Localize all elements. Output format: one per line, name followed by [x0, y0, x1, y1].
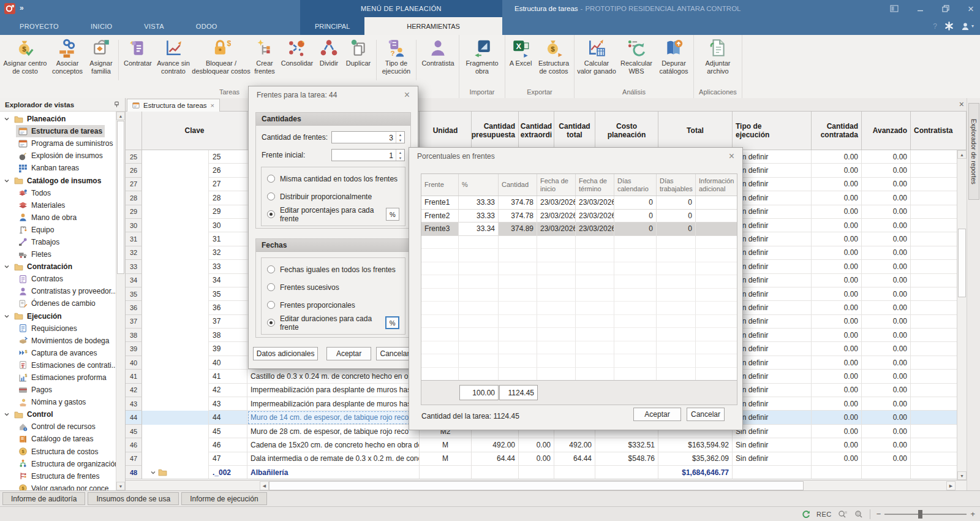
- zoom-100-icon[interactable]: [838, 510, 848, 519]
- sidebar-item-contratos[interactable]: Contratos: [0, 273, 125, 285]
- aceptar-button[interactable]: Aceptar: [326, 347, 371, 360]
- cell-clave[interactable]: 37: [209, 315, 247, 329]
- pct-cell[interactable]: Frente1: [421, 196, 459, 210]
- radio-button-icon[interactable]: [267, 175, 275, 183]
- radio-fechas-iguales-en-todos-los-frentes[interactable]: Fechas iguales en todos los frentes: [267, 260, 399, 278]
- cell-clave[interactable]: 28: [209, 191, 247, 205]
- chevron-down-icon[interactable]: [4, 264, 9, 269]
- cell-tipo[interactable]: Sin definir: [733, 301, 812, 314]
- sidebar-item-programa-de-suministros[interactable]: Programa de suministros: [0, 137, 125, 150]
- cell-av[interactable]: 0.00: [862, 411, 911, 424]
- cell-av[interactable]: 0.00: [862, 438, 911, 452]
- cell-tipo[interactable]: Sin definir: [733, 438, 812, 452]
- tree-indent-cell[interactable]: [142, 232, 209, 246]
- refresh-icon[interactable]: [802, 510, 810, 519]
- row-number[interactable]: 28: [126, 191, 142, 205]
- pct-cell[interactable]: 0: [614, 222, 657, 236]
- row-number[interactable]: 29: [126, 205, 142, 219]
- tree-indent-cell[interactable]: [142, 438, 209, 452]
- cell-clave[interactable]: 44: [209, 411, 247, 424]
- pct-cell[interactable]: 33.33: [459, 196, 499, 210]
- pct-cell[interactable]: 0: [614, 196, 657, 210]
- row-number[interactable]: 41: [126, 370, 142, 383]
- scroll-up-icon[interactable]: ▲: [116, 112, 125, 120]
- quick-access-chevrons[interactable]: »: [20, 4, 24, 12]
- ribbon-asignar-centro-de-costo[interactable]: $Asignar centro de costo: [1, 37, 49, 75]
- cell-cc[interactable]: 0.00: [812, 219, 862, 232]
- sidebar-scrollbar[interactable]: ▲ ▼: [116, 112, 125, 490]
- cell-desc[interactable]: Impermeabilización para desplante de mur…: [247, 397, 420, 411]
- cell-av[interactable]: 0.00: [862, 452, 911, 466]
- row-number[interactable]: 26: [126, 164, 142, 177]
- cell-tipo[interactable]: Sin definir: [733, 260, 812, 273]
- row-number[interactable]: 37: [126, 315, 142, 329]
- chevron-down-icon[interactable]: [4, 178, 9, 183]
- pct-cell[interactable]: 33.33: [459, 210, 499, 223]
- pct-cell[interactable]: 33.34: [459, 222, 499, 236]
- sidebar-item-kanban-tareas[interactable]: Kanban tareas: [0, 162, 125, 174]
- tree-indent-cell[interactable]: [142, 411, 209, 424]
- cell-clave[interactable]: 45: [209, 425, 247, 438]
- frente-row-2[interactable]: Frente233.33374.7823/03/202623/03/202600: [421, 210, 737, 223]
- cell-clave[interactable]: ._002: [209, 466, 247, 479]
- tree-indent-cell[interactable]: [142, 246, 209, 260]
- sidebar-item-control-de-recursos[interactable]: iControl de recursos: [0, 420, 125, 433]
- sidebar-item-planeacion[interactable]: Planeación: [0, 113, 125, 125]
- row-number[interactable]: 35: [126, 287, 142, 301]
- cell-clave[interactable]: 32: [209, 246, 247, 260]
- sidebar-item-fletes[interactable]: Fletes: [0, 248, 125, 260]
- tree-indent-cell[interactable]: [142, 315, 209, 329]
- zoom-fit-icon[interactable]: [854, 510, 864, 519]
- cell-total[interactable]: $35,362.09: [658, 452, 733, 466]
- row-number[interactable]: 31: [126, 232, 142, 246]
- radio-button-icon[interactable]: [267, 301, 275, 309]
- cell-clave[interactable]: 47: [209, 452, 247, 466]
- sidebar-item-estructura-de-frentes[interactable]: Estructura de frentes: [0, 470, 125, 482]
- row-number[interactable]: 40: [126, 356, 142, 370]
- menu-tab-odoo[interactable]: ODOO: [180, 17, 233, 35]
- pct-column-fecha-de-inicio[interactable]: Fecha de inicio: [537, 174, 576, 196]
- cell-ct[interactable]: [554, 466, 595, 479]
- ribbon-crear-frentes[interactable]: Crear frentes: [251, 37, 279, 75]
- pin-icon[interactable]: [113, 101, 120, 108]
- pct-cell[interactable]: [696, 210, 737, 223]
- cell-av[interactable]: 0.00: [862, 384, 911, 397]
- cell-tipo[interactable]: Sin definir: [733, 232, 812, 246]
- cell-av[interactable]: 0.00: [862, 260, 911, 273]
- ribbon-a-excel[interactable]: XA Excel: [507, 37, 535, 67]
- scrollbar-thumb[interactable]: [269, 481, 804, 490]
- cell-tipo[interactable]: Sin definir: [733, 274, 812, 287]
- ribbon-depurar-catalogos[interactable]: Depurar catálogos: [655, 37, 692, 75]
- cell-av[interactable]: 0.00: [862, 274, 911, 287]
- cell-desc[interactable]: Muro de 28 cm. de espesor, de tabique ro…: [247, 425, 420, 438]
- cell-ce[interactable]: [519, 466, 554, 479]
- user-account-icon[interactable]: ▾: [961, 22, 974, 31]
- bottom-tab-informe-de-auditoria[interactable]: Informe de auditoría: [2, 492, 85, 505]
- cell-clave[interactable]: 34: [209, 274, 247, 287]
- column-header-tipo-de-ejecucion[interactable]: Tipo de ejecución: [733, 112, 812, 150]
- rec-indicator[interactable]: REC: [816, 511, 832, 518]
- chevron-down-icon[interactable]: [4, 314, 9, 319]
- grid-vertical-scrollbar[interactable]: ▲ ▼: [957, 150, 967, 480]
- cell-av[interactable]: 0.00: [862, 246, 911, 260]
- cell-clave[interactable]: 46: [209, 438, 247, 452]
- chevron-down-icon[interactable]: [4, 412, 9, 417]
- bottom-tab-informe-de-ejecucion[interactable]: Informe de ejecución: [181, 492, 266, 505]
- cell-desc[interactable]: Muro de 14 cm. de espesor, de tabique ro…: [247, 411, 420, 424]
- pct-column-frente[interactable]: Frente: [421, 174, 459, 196]
- cell-tipo[interactable]: [733, 466, 812, 479]
- row-number[interactable]: 36: [126, 301, 142, 314]
- column-header-contratista[interactable]: Contratista: [911, 112, 967, 150]
- cell-tipo[interactable]: Sin definir: [733, 356, 812, 370]
- total-cantidad-box[interactable]: 1124.45: [499, 385, 538, 400]
- tree-indent-cell[interactable]: [142, 342, 209, 356]
- ribbon-contratista[interactable]: Contratista: [418, 37, 458, 67]
- cell-av[interactable]: 0.00: [862, 397, 911, 411]
- cell-cc[interactable]: 0.00: [812, 315, 862, 329]
- pct-cell[interactable]: 23/03/2026: [537, 210, 576, 223]
- tree-indent-cell[interactable]: [142, 466, 209, 479]
- cell-total[interactable]: $1,684,646.77: [658, 466, 733, 479]
- sidebar-item-captura-de-avances[interactable]: $Captura de avances: [0, 347, 125, 359]
- zoom-slider-track[interactable]: [884, 514, 967, 515]
- cell-cc[interactable]: 0.00: [812, 329, 862, 342]
